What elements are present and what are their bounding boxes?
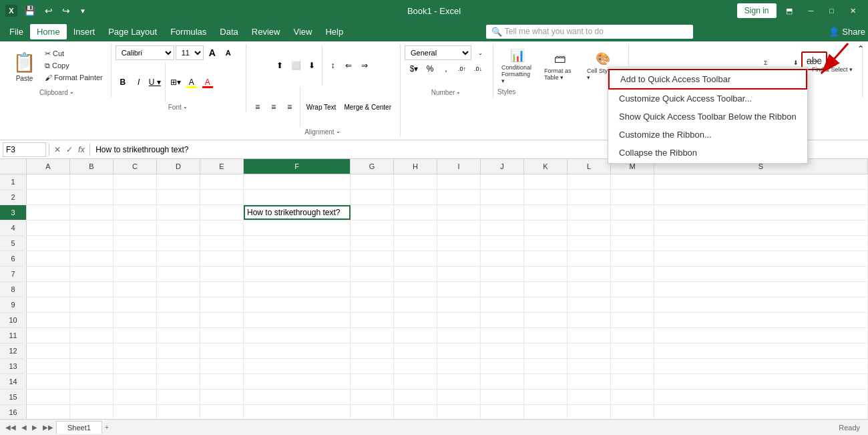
cell-I9[interactable] [437,297,481,312]
cell-G15[interactable] [351,390,394,404]
cell-I14[interactable] [437,374,481,389]
cell-E9[interactable] [200,297,244,312]
col-header-e[interactable]: E [200,159,244,174]
cell-G3[interactable] [351,205,394,220]
cell-C1[interactable] [114,174,157,189]
undo-button[interactable]: ↩ [42,4,55,17]
cell-E3[interactable] [200,205,244,220]
indent-increase-button[interactable]: ⇒ [357,58,372,73]
formula-confirm-button[interactable]: ✓ [64,145,75,154]
cell-E13[interactable] [200,359,244,374]
close-button[interactable]: ✕ [843,4,863,18]
cell-M3[interactable] [611,205,654,220]
col-header-c[interactable]: C [114,159,157,174]
cell-J10[interactable] [481,313,524,327]
cell-D10[interactable] [157,313,200,327]
cell-D7[interactable] [157,267,200,281]
cell-C11[interactable] [114,328,157,343]
cell-G7[interactable] [351,267,394,281]
menu-data[interactable]: Data [213,24,244,39]
col-header-g[interactable]: G [351,159,394,174]
cell-D13[interactable] [157,359,200,374]
cell-H6[interactable] [394,251,437,266]
row-num-4[interactable]: 4 [0,221,27,235]
share-label[interactable]: Share [842,27,865,37]
cell-M12[interactable] [611,343,654,358]
wrap-text-button[interactable]: Wrap Text [303,100,340,114]
cell-L6[interactable] [568,251,611,266]
cell-D16[interactable] [157,405,200,420]
cell-D6[interactable] [157,251,200,266]
cell-extra-3[interactable] [654,205,868,220]
menu-insert[interactable]: Insert [67,24,102,39]
cell-H13[interactable] [394,359,437,374]
cell-K11[interactable] [524,328,568,343]
row-num-5[interactable]: 5 [0,236,27,251]
col-header-j[interactable]: J [481,159,524,174]
cell-A1[interactable] [27,174,70,189]
comma-button[interactable]: , [439,61,453,76]
cell-A3[interactable] [27,205,70,220]
cell-E1[interactable] [200,174,244,189]
conditional-formatting-button[interactable]: 📊 Conditional Formatting ▾ [497,45,537,87]
cell-H1[interactable] [394,174,437,189]
font-color-button[interactable]: A [200,75,215,90]
cell-K16[interactable] [524,405,568,420]
cell-B3[interactable] [70,205,114,220]
cell-I6[interactable] [437,251,481,266]
cell-extra-16[interactable] [654,405,868,420]
cell-B7[interactable] [70,267,114,281]
cell-M13[interactable] [611,359,654,374]
cell-D1[interactable] [157,174,200,189]
cell-D11[interactable] [157,328,200,343]
cell-I7[interactable] [437,267,481,281]
cell-J11[interactable] [481,328,524,343]
col-header-d[interactable]: D [157,159,200,174]
cell-E4[interactable] [200,221,244,235]
row-num-14[interactable]: 14 [0,374,27,389]
cell-I16[interactable] [437,405,481,420]
cell-L5[interactable] [568,236,611,251]
cell-D9[interactable] [157,297,200,312]
cell-A6[interactable] [27,251,70,266]
row-num-12[interactable]: 12 [0,343,27,358]
cell-F11[interactable] [244,328,351,343]
cell-C2[interactable] [114,190,157,204]
cell-G10[interactable] [351,313,394,327]
cell-E10[interactable] [200,313,244,327]
cell-L16[interactable] [568,405,611,420]
font-name-select[interactable]: Calibri [116,45,174,60]
cell-F3[interactable]: How to strikethrough text? [244,205,351,220]
cell-J5[interactable] [481,236,524,251]
find-select-button[interactable]: 🔍 Find & Select ▾ [808,57,857,76]
cell-F16[interactable] [244,405,351,420]
cell-F7[interactable] [244,267,351,281]
cell-extra-10[interactable] [654,313,868,327]
cell-E7[interactable] [200,267,244,281]
cell-B15[interactable] [70,390,114,404]
cell-K12[interactable] [524,343,568,358]
cell-A7[interactable] [27,267,70,281]
cell-extra-15[interactable] [654,390,868,404]
sheet-nav-prev[interactable]: ◀ [19,422,29,432]
cell-extra-14[interactable] [654,374,868,389]
cell-H3[interactable] [394,205,437,220]
cell-I5[interactable] [437,236,481,251]
cell-extra-1[interactable] [654,174,868,189]
cell-B8[interactable] [70,282,114,297]
cell-D14[interactable] [157,374,200,389]
border-button[interactable]: ⊞▾ [168,75,183,90]
cell-A11[interactable] [27,328,70,343]
cell-H2[interactable] [394,190,437,204]
cell-K6[interactable] [524,251,568,266]
cell-M16[interactable] [611,405,654,420]
menu-file[interactable]: File [3,24,30,39]
cell-L7[interactable] [568,267,611,281]
cell-extra-11[interactable] [654,328,868,343]
cell-G1[interactable] [351,174,394,189]
cell-J9[interactable] [481,297,524,312]
menu-page-layout[interactable]: Page Layout [101,24,164,39]
cell-K3[interactable] [524,205,568,220]
cell-B6[interactable] [70,251,114,266]
format-painter-button[interactable]: 🖌 Format Painter [42,72,105,83]
